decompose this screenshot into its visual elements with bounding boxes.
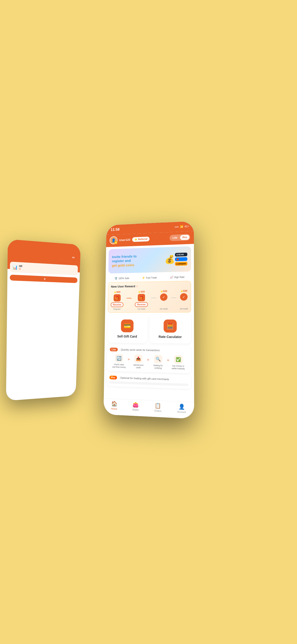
status-icons: ▪▪▪▪ 📶 41+ bbox=[175, 225, 189, 229]
lite-connector-3: » bbox=[167, 358, 169, 362]
connector-1: › bbox=[127, 297, 132, 300]
scroll-area[interactable]: Invite friends to register and get gold … bbox=[104, 244, 194, 403]
secondary-content-1: 📊 HF in bbox=[10, 262, 78, 276]
reward-step-register: 500 🎁 Receive Register bbox=[110, 290, 124, 310]
connector-arrow-3: › bbox=[176, 296, 176, 299]
secondary-content-2: 0 bbox=[10, 274, 77, 283]
phone-main: 11:58 ▪▪▪▪ 📶 41+ 👤 ◆ bbox=[104, 221, 194, 419]
lite-steps: 🔄 Check rates and final money » 📤 Upload… bbox=[110, 354, 188, 370]
pro-content-placeholder bbox=[109, 381, 188, 386]
check-rates-label: Check rates and final money bbox=[112, 363, 126, 369]
amazon-card: a amazon bbox=[175, 262, 188, 266]
feature-rate: 📈 High Rate bbox=[170, 276, 184, 279]
home-label: Home bbox=[111, 408, 117, 410]
phone-secondary: ro 📊 HF in 0 bbox=[6, 239, 80, 401]
account-icon: 👤 bbox=[178, 404, 185, 410]
home-icon: 🏠 bbox=[111, 401, 118, 407]
nav-wallet[interactable]: 👛 Wallet bbox=[132, 402, 139, 411]
register-coins: 500 bbox=[114, 290, 120, 293]
rate-calculator-button[interactable]: 🧮 Rate Caculator bbox=[150, 315, 191, 344]
lite-badge: Lite bbox=[110, 348, 118, 351]
third-trade-check: ✓ bbox=[180, 293, 188, 301]
reward-step-third-trade: 500 ✓ 3st trade bbox=[180, 290, 188, 310]
mode-toggle: Lite Pro bbox=[170, 234, 190, 241]
phone-wrapper: ro 📊 HF in 0 11:58 bbox=[0, 0, 297, 644]
safe-label: 100% Safe bbox=[118, 277, 130, 280]
feature-fast: ⚡ Fast Trade bbox=[142, 276, 157, 280]
upload-icon: 📤 bbox=[134, 354, 142, 363]
nav-account[interactable]: 👤 Account bbox=[177, 404, 186, 414]
pro-header: Pro : Optional for trading with gift car… bbox=[109, 376, 188, 382]
banner-icons: 💰 STEAM 🍎 a amazon bbox=[164, 253, 188, 266]
pro-mode-button[interactable]: Pro bbox=[180, 235, 189, 240]
reward-header: New User Reward › bbox=[111, 283, 188, 288]
nav-home[interactable]: 🏠 Home bbox=[111, 401, 118, 410]
wallet-icon: ✅ bbox=[174, 355, 182, 364]
sell-gift-card-icon: 💳 bbox=[121, 320, 134, 332]
lite-step-wallet: ✅ Get money in wallet instantly bbox=[169, 355, 188, 370]
sell-gift-card-label: Sell Gift Card bbox=[117, 334, 137, 338]
check-rates-icon: 🔄 bbox=[115, 354, 123, 362]
pro-section: Pro : Optional for trading with gift car… bbox=[106, 373, 191, 389]
lite-step-verify: 🔍 Waiting for verifying bbox=[149, 355, 167, 370]
wallet-label-nav: Wallet bbox=[132, 408, 138, 411]
coin-bag-icon: 💰 bbox=[164, 254, 175, 264]
lite-header: Lite : Quickly send cards for transactio… bbox=[110, 348, 188, 353]
pro-description: : Optional for trading with gift card me… bbox=[119, 376, 169, 381]
verified-badge: ◆ bbox=[114, 241, 118, 244]
reward-step-first-trade: 500 🎁 Receive 1st trade bbox=[135, 290, 148, 310]
lite-mode-button[interactable]: Lite bbox=[170, 235, 180, 240]
first-trade-receive-button[interactable]: Receive bbox=[135, 302, 148, 307]
steam-card: STEAM bbox=[175, 253, 188, 257]
apple-card: 🍎 bbox=[175, 257, 188, 261]
second-trade-check: ✓ bbox=[160, 294, 168, 301]
wallet-label: Get money in wallet instantly bbox=[171, 364, 185, 370]
features-row: 🛡️ 100% Safe ⚡ Fast Trade 📈 High Rate bbox=[106, 274, 194, 282]
orders-icon: 📋 bbox=[155, 402, 161, 409]
connector-arrow-1: › bbox=[131, 297, 132, 300]
rate-icon: 📈 bbox=[170, 276, 173, 279]
second-trade-label: 2st trade bbox=[160, 308, 168, 310]
verify-label: Waiting for verifying bbox=[151, 364, 165, 370]
register-receive-button[interactable]: Receive bbox=[111, 302, 124, 307]
secondary-screen: ro 📊 HF in 0 bbox=[6, 239, 80, 401]
fast-label: Fast Trade bbox=[146, 276, 157, 279]
second-trade-coins: 500 bbox=[160, 290, 167, 292]
connector-line-2 bbox=[151, 298, 156, 298]
reward-title: New User Reward bbox=[111, 284, 135, 288]
referral-label: ⭐ Referral bbox=[134, 238, 147, 241]
fast-icon: ⚡ bbox=[142, 276, 145, 280]
lite-arrow-1: » bbox=[128, 357, 130, 361]
connector-line-1 bbox=[127, 298, 131, 298]
reward-steps: 500 🎁 Receive Register › 500 🎁 bbox=[110, 290, 188, 310]
action-grid: 💳 Sell Gift Card 🧮 Rate Caculator bbox=[107, 315, 191, 344]
nav-orders[interactable]: 📋 Orders bbox=[154, 402, 162, 412]
lite-connector-1: » bbox=[128, 357, 130, 361]
referral-button[interactable]: ⭐ Referral bbox=[132, 236, 150, 242]
orders-label: Orders bbox=[154, 410, 162, 412]
lite-section: Lite : Quickly send cards for transactio… bbox=[107, 345, 191, 373]
first-trade-coins: 500 bbox=[138, 290, 145, 293]
banner-text: Invite friends to register and get gold … bbox=[112, 254, 143, 268]
pro-badge: Pro bbox=[109, 376, 117, 380]
rate-label: High Rate bbox=[174, 276, 184, 278]
third-trade-label: 3st trade bbox=[180, 308, 188, 310]
lite-arrow-3: » bbox=[167, 358, 169, 362]
feature-safe: 🛡️ 100% Safe bbox=[114, 277, 129, 280]
connector-2: › bbox=[151, 297, 156, 299]
sell-gift-card-button[interactable]: 💳 Sell Gift Card bbox=[107, 315, 147, 343]
account-label: Account bbox=[177, 410, 186, 414]
username: User123 bbox=[119, 238, 130, 242]
reward-arrow-icon: › bbox=[136, 284, 138, 288]
banner-line1: Invite friends to register and bbox=[112, 254, 136, 263]
upload-label: Upload your cards bbox=[132, 364, 145, 369]
connector-3: › bbox=[171, 296, 176, 299]
rate-calculator-label: Rate Caculator bbox=[159, 335, 182, 339]
connector-arrow-2: › bbox=[156, 297, 156, 299]
signal-icon: ▪▪▪▪ bbox=[175, 225, 179, 228]
banner: Invite friends to register and get gold … bbox=[108, 246, 191, 274]
verify-icon: 🔍 bbox=[154, 355, 162, 364]
reward-card: New User Reward › 500 🎁 Receive Register bbox=[108, 281, 191, 313]
battery-icon: 41+ bbox=[184, 225, 189, 228]
wallet-nav-icon: 👛 bbox=[132, 402, 138, 408]
